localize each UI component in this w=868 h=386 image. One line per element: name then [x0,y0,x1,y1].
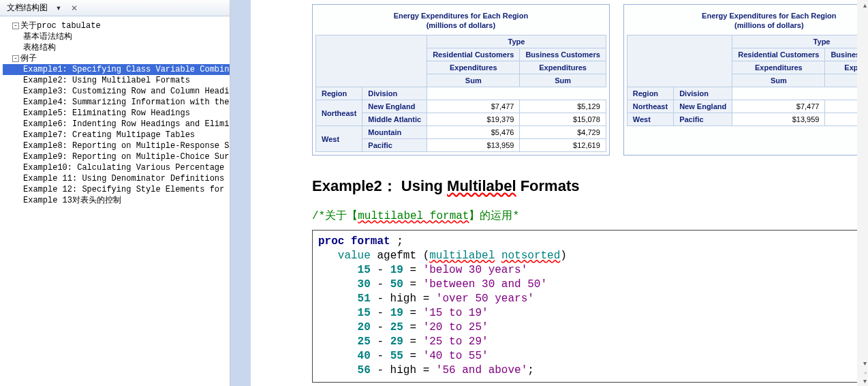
comment-mid: multilabel format [358,210,469,222]
h2-formats: Formats [516,177,580,194]
outline-label: 表格结构 [23,43,56,53]
outline-node-13[interactable]: Example10: Calculating Various Percentag… [3,162,230,173]
collapse-icon[interactable]: - [12,55,19,62]
outline-node-1[interactable]: 基本语法结构 [3,31,230,42]
sidebar-document-map: 文档结构图 ▼ ✕ -关于proc tabulate基本语法结构表格结构-例子E… [0,0,230,386]
energy-table-left: Energy Expenditures for Each Region(mill… [315,8,606,152]
outline-node-10[interactable]: Example7: Creating Multipage Tables [3,130,230,140]
outline-label: Example7: Creating Multipage Tables [23,130,195,140]
outline-tree[interactable]: -关于proc tabulate基本语法结构表格结构-例子Example1: S… [0,16,230,386]
outline-label: 例子 [20,54,37,63]
outline-label: Example 13对表头的控制 [23,196,121,205]
table-left-wrap: Energy Expenditures for Each Region(mill… [312,4,610,155]
outline-node-2[interactable]: 表格结构 [3,42,230,53]
outline-node-0[interactable]: -关于proc tabulate [3,20,230,31]
tables-row: Energy Expenditures for Each Region(mill… [312,4,868,155]
h2-prefix: Example2 [312,177,382,194]
ruler-gutter [230,0,251,386]
outline-label: 基本语法结构 [23,32,72,42]
sidebar-title: 文档结构图 [3,1,52,15]
heading-example2: Example2： Using Multilabel Formats [312,176,868,196]
table-right-wrap: Energy Expenditures for Each Region(mill… [623,4,868,155]
outline-label: Example 12: Specifying Style Elements fo… [23,185,230,194]
collapse-icon[interactable]: - [12,23,19,29]
scroll-end-icon[interactable]: ▾ [863,377,867,385]
outline-node-4[interactable]: Example1: Specifying Class Variable Comb… [3,64,230,75]
outline-label: Example1: Specifying Class Variable Comb… [23,65,230,74]
outline-label: Example8: Reporting on Multiple-Response… [23,141,230,151]
h2-colon: ： [382,177,397,194]
outline-label: Example9: Reporting on Multiple-Choice S… [23,152,230,162]
h2-using: Using [401,177,447,194]
outline-label: Example6: Indenting Row Headings and Eli… [23,119,230,129]
outline-node-11[interactable]: Example8: Reporting on Multiple-Response… [3,140,230,151]
outline-node-7[interactable]: Example4: Summarizing Information with t… [3,97,230,108]
dropdown-icon[interactable]: ▼ [55,5,63,12]
outline-node-12[interactable]: Example9: Reporting on Multiple-Choice S… [3,151,230,162]
outline-node-8[interactable]: Example5: Eliminating Row Headings [3,108,230,119]
code-comment: /*关于【multilabel format】的运用* [312,209,868,223]
outline-node-16[interactable]: Example 13对表头的控制 [3,195,230,206]
right-scrollbar[interactable]: ▴ ▾ ◦ ▾ [857,0,868,386]
outline-node-15[interactable]: Example 12: Specifying Style Elements fo… [3,184,230,195]
scroll-up-icon[interactable]: ▴ [863,1,867,9]
outline-node-5[interactable]: Example2: Using Multilabel Formats [3,75,230,86]
outline-node-9[interactable]: Example6: Indenting Row Headings and Eli… [3,119,230,130]
outline-node-3[interactable]: -例子 [3,53,230,64]
energy-table-right: Energy Expenditures for Each Region(mill… [627,8,868,126]
sidebar-header: 文档结构图 ▼ ✕ [0,0,230,16]
outline-node-14[interactable]: Example 11: Using Denominator Definition… [3,173,230,184]
comment-pre: /*关于【 [312,210,358,222]
outline-label: Example10: Calculating Various Percentag… [23,163,230,173]
h2-multilabel: Multilabel [447,177,516,194]
outline-label: Example5: Eliminating Row Headings [23,108,190,118]
document-main[interactable]: Energy Expenditures for Each Region(mill… [251,0,868,386]
outline-label: Example3: Customizing Row and Column Hea… [23,87,230,96]
outline-label: 关于proc tabulate [20,21,101,31]
close-icon[interactable]: ✕ [68,3,80,13]
outline-label: Example2: Using Multilabel Formats [23,76,190,85]
code-box: proc format ; value agefmt (multilabel n… [312,230,868,383]
scroll-mark-icon[interactable]: ◦ [864,369,867,376]
outline-label: Example 11: Using Denominator Definition… [23,174,230,183]
scroll-down-icon[interactable]: ▾ [863,359,867,367]
comment-post: 】的运用* [469,210,519,222]
outline-node-6[interactable]: Example3: Customizing Row and Column Hea… [3,86,230,97]
outline-label: Example4: Summarizing Information with t… [23,98,230,107]
